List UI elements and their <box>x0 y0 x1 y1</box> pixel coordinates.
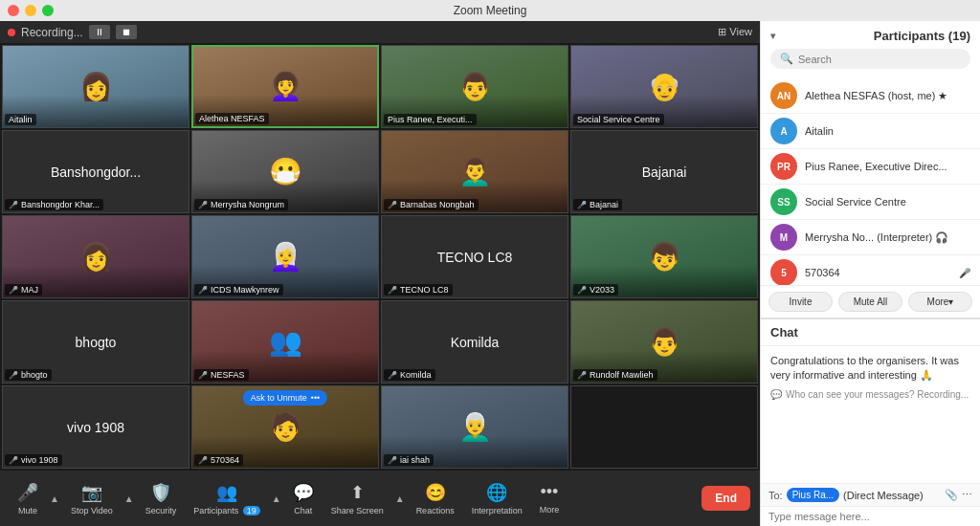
participant-item-social[interactable]: SS Social Service Centre <box>761 185 980 220</box>
participant-item-570364[interactable]: 5 570364 🎤 <box>761 255 980 285</box>
tile-merrysha[interactable]: 😷 🎤 Merrysha Nongrum <box>191 130 379 213</box>
tile-570364[interactable]: 🧑 Ask to Unmute ••• 🎤 570364 <box>191 385 379 469</box>
tile-tecno[interactable]: TECNO LC8 🎤 TECNO LC8 <box>381 215 568 298</box>
participant-item-merrysha[interactable]: M Merrysha No... (Interpreter) 🎧 <box>761 220 980 255</box>
participants-header: Participants (19) <box>874 29 970 43</box>
tile-bajanai[interactable]: Bajanai 🎤 Bajanai <box>570 130 758 213</box>
privacy-icon: 💬 <box>770 389 782 400</box>
to-name-button[interactable]: Pius Ra... <box>787 488 839 502</box>
tile-label: 🎤 NESFAS <box>194 369 249 381</box>
participant-name: Merrysha No... (Interpreter) 🎧 <box>805 231 970 244</box>
chat-label: Chat <box>294 506 312 515</box>
tile-label: 🎤 Rundolf Mawlieh <box>573 369 657 381</box>
unmute-more-button[interactable]: ••• <box>311 393 320 403</box>
stop-recording-button[interactable]: ⏹ <box>116 25 137 39</box>
tile-label: 🎤 Barnabas Nongbah <box>384 199 479 210</box>
tile-label: Aitalin <box>5 114 36 125</box>
tile-label: 🎤 Merrysha Nongrum <box>194 199 288 210</box>
participant-name: 570364 <box>211 455 239 465</box>
recording-label: Recording... <box>21 26 83 39</box>
participant-name: Social Service Centre <box>805 196 970 208</box>
participant-item-pius[interactable]: PR Pius Ranee, Executive Direc... <box>761 149 980 185</box>
participant-actions: Invite Mute All More▾ <box>761 285 980 318</box>
end-button[interactable]: End <box>702 486 750 511</box>
video-arrow[interactable]: ▲ <box>122 492 136 506</box>
close-button[interactable] <box>8 5 19 16</box>
minimize-button[interactable] <box>25 5 36 16</box>
video-grid-area: 👩 Aitalin 👩‍🦱 Alethea NESFAS 👨 Pius Rane… <box>0 43 760 471</box>
chat-input-row <box>761 506 980 526</box>
tile-komilda[interactable]: Komilda 🎤 Komilda <box>381 300 568 384</box>
mute-arrow[interactable]: ▲ <box>48 492 61 506</box>
to-more-icon[interactable]: ⋯ <box>962 489 972 501</box>
tile-vivo[interactable]: vivo 1908 🎤 vivo 1908 <box>2 385 189 469</box>
participants-section: ▾ Participants (19) 🔍 <box>761 21 980 78</box>
mute-icon: 🎤 <box>198 201 208 209</box>
tile-center-text: Komilda <box>451 335 500 350</box>
share-arrow[interactable]: ▲ <box>393 492 407 506</box>
mute-icon: 🎤 <box>9 371 18 380</box>
chat-section: Chat Congratulations to the organisers. … <box>761 318 980 526</box>
video-grid: Recording... ⏸ ⏹ ⊞ View 👩 Aitalin 👩‍🦱 Al… <box>0 21 760 526</box>
message-text: Congratulations to the organisers. It wa… <box>770 355 959 381</box>
to-type: (Direct Message) <box>843 490 924 501</box>
participant-name: Pius Ranee, Executi... <box>388 115 473 124</box>
share-icon: ⬆ <box>350 482 365 503</box>
mute-icon: 🎤 <box>9 201 18 209</box>
chat-messages: Congratulations to the organisers. It wa… <box>761 346 980 483</box>
people-icon: 👥 <box>216 482 237 503</box>
tile-v2033[interactable]: 👦 🎤 V2033 <box>570 215 758 298</box>
tile-icds[interactable]: 👩‍🦳 🎤 ICDS Mawkynrew <box>191 215 379 298</box>
stop-video-button[interactable]: 📷 Stop Video <box>63 478 121 519</box>
interpretation-button[interactable]: 🌐 Interpretation <box>464 478 530 519</box>
participant-list: AN Alethea NESFAS (host, me) ★ A Aitalin… <box>761 78 980 285</box>
tile-bhogto[interactable]: bhogto 🎤 bhogto <box>2 300 189 384</box>
tile-iaishah[interactable]: 👨‍🦳 🎤 iai shah <box>381 385 568 469</box>
tile-banshongdor[interactable]: Banshongdor... 🎤 Banshongdor Khar... <box>2 130 189 213</box>
mute-all-button[interactable]: Mute All <box>838 292 902 312</box>
more-participants-button[interactable]: More▾ <box>908 292 972 312</box>
tile-label: 🎤 ICDS Mawkynrew <box>194 284 283 296</box>
mute-icon: 🎤 <box>198 456 208 465</box>
titlebar: Zoom Meeting <box>0 0 980 21</box>
tile-social[interactable]: 👴 Social Service Centre <box>570 45 758 128</box>
more-button[interactable]: ••• More <box>532 478 568 518</box>
participant-name: Alethea NESFAS (host, me) ★ <box>805 90 970 102</box>
participant-name: iai shah <box>400 455 430 465</box>
tile-maj[interactable]: 👩 🎤 MAJ <box>2 215 189 298</box>
reactions-button[interactable]: 😊 Reactions <box>409 478 462 519</box>
pause-recording-button[interactable]: ⏸ <box>89 25 110 39</box>
view-button[interactable]: ⊞ View <box>718 26 752 38</box>
participant-name: Merrysha Nongrum <box>211 200 284 209</box>
chat-privacy-note: 💬 Who can see your messages? Recording..… <box>770 389 970 400</box>
mute-icon: 🎤 <box>388 201 397 209</box>
tile-barnabas[interactable]: 👨‍🦱 🎤 Barnabas Nongbah <box>381 130 568 213</box>
invite-button[interactable]: Invite <box>768 292 833 312</box>
mute-button[interactable]: 🎤 Mute <box>10 478 46 519</box>
recording-bar: Recording... ⏸ ⏹ ⊞ View <box>0 21 760 43</box>
tile-alethea[interactable]: 👩‍🦱 Alethea NESFAS <box>191 45 379 128</box>
to-file-icon[interactable]: 📎 <box>945 489 958 501</box>
tile-label: 🎤 bhogto <box>5 369 52 381</box>
maximize-button[interactable] <box>42 5 54 16</box>
search-input[interactable] <box>798 54 961 65</box>
tile-pius[interactable]: 👨 Pius Ranee, Executi... <box>381 45 568 128</box>
tile-aitalin[interactable]: 👩 Aitalin <box>2 45 189 128</box>
tile-nesfas[interactable]: 👥 🎤 NESFAS <box>191 300 379 384</box>
participants-button[interactable]: 👥 Participants 19 <box>186 478 268 519</box>
avatar: PR <box>770 153 797 180</box>
participant-item-aitalin[interactable]: A Aitalin <box>761 114 980 149</box>
chat-button[interactable]: 💬 Chat <box>285 478 322 519</box>
tile-label: Social Service Centre <box>573 114 664 125</box>
collapse-arrow[interactable]: ▾ <box>770 31 775 41</box>
participants-arrow[interactable]: ▲ <box>270 492 283 506</box>
participants-label: Participants 19 <box>193 506 260 515</box>
participant-name: Alethea NESFAS <box>199 114 265 123</box>
participant-item-alethea[interactable]: AN Alethea NESFAS (host, me) ★ <box>761 78 980 114</box>
security-button[interactable]: 🛡️ Security <box>138 478 185 519</box>
share-screen-button[interactable]: ⬆ Share Screen <box>323 478 391 519</box>
tile-rundolf[interactable]: 👨 🎤 Rundolf Mawlieh <box>570 300 758 384</box>
chat-message: Congratulations to the organisers. It wa… <box>770 354 970 384</box>
stop-video-label: Stop Video <box>71 506 113 515</box>
chat-input[interactable] <box>768 511 972 522</box>
